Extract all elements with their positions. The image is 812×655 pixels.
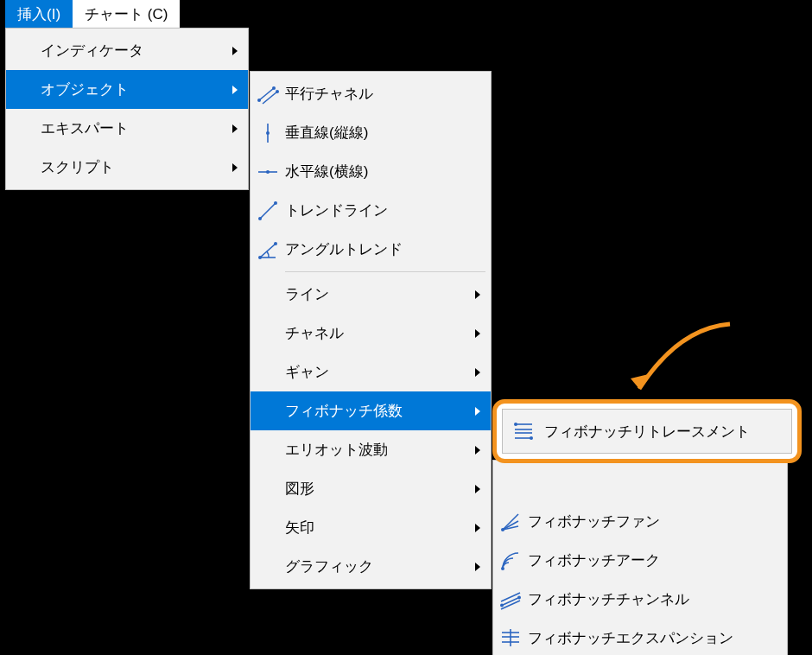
- submenu-arrow-icon: [232, 120, 238, 137]
- menu-item-objects-label: オブジェクト: [41, 79, 222, 99]
- svg-line-9: [260, 203, 276, 219]
- menu-separator: [285, 271, 485, 272]
- menu-insert: インディケータ オブジェクト エキスパート スクリプト: [5, 28, 249, 190]
- submenu-arrow-icon: [475, 403, 480, 420]
- menu-item-graphic-label: グラフィック: [285, 556, 465, 576]
- svg-point-2: [272, 86, 276, 90]
- menubar-chart[interactable]: チャート (C): [73, 0, 180, 28]
- menu-item-fib-retracement[interactable]: フィボナッチリトレースメント: [502, 409, 792, 454]
- svg-point-1: [257, 99, 261, 102]
- menubar-chart-label: チャート (C): [85, 4, 168, 24]
- menu-item-angle-trend[interactable]: アングルトレンド: [251, 230, 491, 269]
- menu-item-angle-trend-label: アングルトレンド: [285, 239, 465, 259]
- menu-item-horizontal-line[interactable]: 水平線(横線): [251, 152, 491, 191]
- menu-item-fib-expansion-label: フィボナッチエクスパンション: [528, 628, 785, 648]
- menu-item-fib-fan-label: フィボナッチファン: [528, 512, 761, 531]
- menu-item-graphic[interactable]: グラフィック: [251, 547, 491, 586]
- submenu-arrow-icon: [232, 42, 238, 60]
- svg-point-4: [276, 90, 279, 93]
- menu-item-line[interactable]: ライン: [251, 275, 491, 314]
- annotation-arrow-icon: [626, 320, 739, 406]
- menu-item-fib-channel-label: フィボナッチチャンネル: [528, 589, 761, 609]
- svg-point-14: [274, 242, 277, 245]
- fibonacci-retracement-icon: [512, 420, 535, 442]
- menu-item-channel[interactable]: チャネル: [251, 314, 491, 353]
- menu-item-experts-label: エキスパート: [41, 118, 222, 138]
- svg-point-11: [274, 201, 277, 205]
- menu-item-fibonacci-label: フィボナッチ係数: [285, 401, 465, 421]
- menu-item-fib-expansion[interactable]: フィボナッチエクスパンション: [493, 619, 787, 655]
- menubar-insert[interactable]: 挿入(I): [5, 0, 73, 28]
- menu-item-fib-channel[interactable]: フィボナッチチャンネル: [493, 580, 787, 619]
- menu-item-experts[interactable]: エキスパート: [6, 109, 248, 148]
- submenu-arrow-icon: [475, 364, 480, 381]
- menu-item-elliott-label: エリオット波動: [285, 440, 465, 460]
- menu-item-trend-line[interactable]: トレンドライン: [251, 191, 491, 230]
- menubar: 挿入(I) チャート (C): [5, 0, 180, 28]
- svg-line-22: [501, 593, 520, 601]
- menu-item-arrows-label: 矢印: [285, 518, 465, 537]
- menu-item-shapes[interactable]: 図形: [251, 469, 491, 508]
- svg-point-10: [258, 217, 262, 220]
- menu-item-fib-arc-label: フィボナッチアーク: [528, 550, 761, 570]
- menu-fibonacci: フィボナッチファン フィボナッチアーク フィボナッチチャンネル: [492, 460, 788, 655]
- svg-point-6: [266, 131, 270, 135]
- fibonacci-expansion-icon: [499, 627, 522, 650]
- submenu-arrow-icon: [475, 480, 480, 498]
- fibonacci-fan-icon: [499, 511, 522, 533]
- svg-line-0: [259, 88, 274, 100]
- trend-line-icon: [257, 200, 279, 222]
- menu-item-fib-retracement-label: フィボナッチリトレースメント: [544, 422, 767, 442]
- menu-item-gann-label: ギャン: [285, 362, 465, 382]
- menu-item-parallel-channel[interactable]: 平行チャネル: [251, 74, 491, 113]
- menu-item-objects[interactable]: オブジェクト: [6, 70, 248, 109]
- menu-item-gann[interactable]: ギャン: [251, 353, 491, 391]
- svg-point-24: [500, 603, 504, 607]
- parallel-channel-icon: [257, 83, 279, 105]
- fibonacci-arc-icon: [499, 550, 522, 572]
- menu-item-line-label: ライン: [285, 284, 465, 304]
- submenu-arrow-icon: [475, 286, 480, 303]
- svg-point-8: [266, 170, 270, 174]
- menu-item-indicators-label: インディケータ: [41, 41, 222, 60]
- menu-item-vertical-line-label: 垂直線(縦線): [285, 123, 465, 143]
- menu-item-channel-label: チャネル: [285, 323, 465, 343]
- submenu-arrow-icon: [475, 325, 480, 342]
- svg-point-35: [530, 436, 533, 440]
- submenu-arrow-icon: [232, 81, 238, 99]
- svg-point-20: [501, 567, 504, 570]
- menu-item-elliott[interactable]: エリオット波動: [251, 430, 491, 469]
- menu-item-vertical-line[interactable]: 垂直線(縦線): [251, 113, 491, 152]
- angle-trend-icon: [257, 238, 279, 261]
- menu-item-parallel-channel-label: 平行チャネル: [285, 84, 465, 104]
- menu-item-scripts-label: スクリプト: [41, 157, 222, 177]
- svg-point-34: [514, 423, 517, 426]
- svg-line-3: [263, 92, 277, 104]
- svg-line-12: [260, 244, 276, 258]
- submenu-arrow-icon: [475, 558, 480, 576]
- menu-item-arrows[interactable]: 矢印: [251, 508, 491, 547]
- menu-item-fibonacci[interactable]: フィボナッチ係数: [251, 391, 491, 430]
- menu-objects: 平行チャネル 垂直線(縦線) 水平線(横線) トレンドライン: [250, 71, 492, 589]
- fibonacci-channel-icon: [499, 588, 522, 611]
- menubar-insert-label: 挿入(I): [17, 4, 60, 24]
- callout-highlight: フィボナッチリトレースメント: [492, 399, 802, 463]
- menu-item-scripts[interactable]: スクリプト: [6, 148, 248, 187]
- svg-point-25: [517, 595, 521, 599]
- menu-item-indicators[interactable]: インディケータ: [6, 31, 248, 70]
- menu-item-trend-line-label: トレンドライン: [285, 200, 465, 220]
- vertical-line-icon: [257, 122, 279, 144]
- submenu-arrow-icon: [475, 519, 480, 537]
- menu-item-horizontal-line-label: 水平線(横線): [285, 162, 465, 181]
- submenu-arrow-icon: [475, 442, 480, 459]
- horizontal-line-icon: [257, 161, 279, 183]
- menu-item-fib-fan[interactable]: フィボナッチファン: [493, 502, 787, 541]
- submenu-arrow-icon: [232, 159, 238, 176]
- menu-item-shapes-label: 図形: [285, 479, 465, 499]
- svg-point-19: [501, 528, 504, 531]
- menu-item-fib-arc[interactable]: フィボナッチアーク: [493, 541, 787, 580]
